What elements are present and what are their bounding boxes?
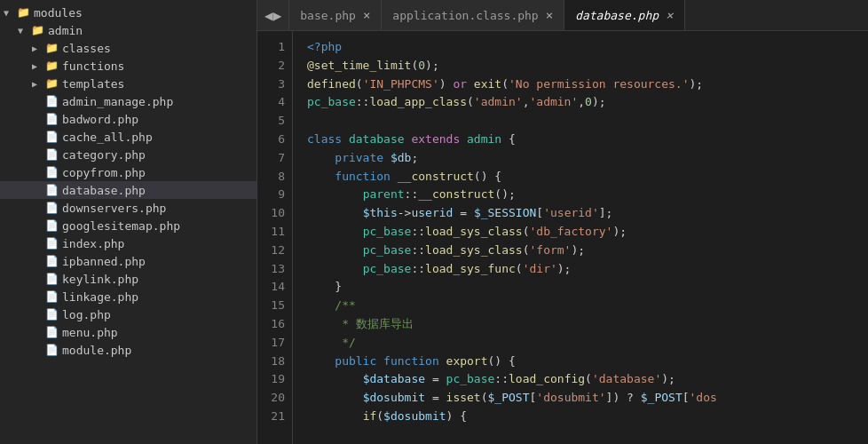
file-icon: 📄	[44, 307, 59, 321]
folder-arrow-icon[interactable]: ▶	[32, 44, 44, 53]
tree-label: classes	[62, 42, 111, 55]
code-line: defined('IN_PHPCMS') or exit('No permiss…	[307, 75, 717, 94]
file-tree: ▼📁modules▼📁admin▶📁classes▶📁functions▶📁te…	[0, 0, 257, 444]
line-number: 4	[268, 93, 285, 112]
line-numbers: 123456789101112131415161718192021	[257, 31, 293, 444]
tree-item-classes[interactable]: ▶📁classes	[0, 39, 256, 57]
line-number: 19	[268, 370, 285, 389]
tree-item-googlesitemap.php[interactable]: 📄googlesitemap.php	[0, 217, 256, 234]
tab-label: base.php	[300, 9, 356, 22]
tab-close-button[interactable]: ×	[363, 9, 370, 21]
tree-label: keylink.php	[62, 273, 138, 286]
tree-item-admin_manage.php[interactable]: 📄admin_manage.php	[0, 92, 256, 110]
tree-item-category.php[interactable]: 📄category.php	[0, 146, 256, 163]
line-number: 1	[268, 38, 285, 57]
tree-item-modules[interactable]: ▼📁modules	[0, 4, 256, 21]
code-line: }	[307, 278, 717, 297]
tree-label: copyfrom.php	[62, 166, 146, 179]
code-line	[307, 112, 717, 131]
tree-item-functions[interactable]: ▶📁functions	[0, 57, 256, 75]
tree-item-log.php[interactable]: 📄log.php	[0, 305, 256, 323]
tree-label: linkage.php	[62, 290, 138, 304]
tree-label: module.php	[62, 344, 131, 357]
tree-item-keylink.php[interactable]: 📄keylink.php	[0, 270, 256, 288]
file-icon: 📄	[44, 201, 59, 215]
line-number: 10	[268, 204, 285, 223]
tree-label: googlesitemap.php	[62, 219, 180, 233]
tab-base.php[interactable]: base.php×	[289, 0, 382, 30]
file-icon: 📄	[44, 289, 59, 304]
tree-label: templates	[62, 77, 124, 91]
line-number: 11	[268, 223, 285, 242]
tree-item-menu.php[interactable]: 📄menu.php	[0, 323, 256, 341]
tab-nav-button[interactable]: ◀▶	[257, 0, 289, 30]
editor-area: ◀▶ base.php×application.class.php×databa…	[257, 0, 868, 444]
line-number: 6	[268, 131, 285, 149]
code-line: pc_base::load_sys_class('db_factory');	[307, 223, 717, 242]
tab-label: database.php	[575, 9, 659, 22]
tab-close-button[interactable]: ×	[546, 9, 553, 21]
code-line: pc_base::load_sys_class('form');	[307, 242, 717, 260]
tab-bar: ◀▶ base.php×application.class.php×databa…	[257, 0, 868, 31]
file-icon: 📄	[44, 272, 59, 286]
tree-label: category.php	[62, 148, 146, 162]
code-editor[interactable]: 123456789101112131415161718192021 <?php@…	[257, 31, 868, 444]
tab-label: application.class.php	[392, 9, 538, 22]
file-icon: 📄	[44, 254, 59, 268]
line-number: 16	[268, 315, 285, 334]
tab-database.php[interactable]: database.php×	[564, 0, 684, 30]
tab-application.class.php[interactable]: application.class.php×	[382, 0, 564, 30]
tree-item-copyfrom.php[interactable]: 📄copyfrom.php	[0, 163, 256, 181]
code-line: function __construct() {	[307, 168, 717, 186]
folder-arrow-icon[interactable]: ▶	[32, 79, 44, 89]
folder-arrow-icon[interactable]: ▼	[4, 8, 16, 18]
tree-item-linkage.php[interactable]: 📄linkage.php	[0, 288, 256, 305]
folder-arrow-icon[interactable]: ▶	[32, 61, 44, 71]
tree-label: log.php	[62, 308, 111, 321]
tree-item-downservers.php[interactable]: 📄downservers.php	[0, 199, 256, 217]
line-number: 21	[268, 408, 285, 426]
code-content[interactable]: <?php@set_time_limit(0);defined('IN_PHPC…	[293, 31, 731, 444]
tree-label: database.php	[62, 184, 146, 197]
file-icon: 📄	[44, 94, 59, 108]
code-line: parent::__construct();	[307, 186, 717, 204]
line-number: 18	[268, 353, 285, 371]
line-number: 12	[268, 242, 285, 260]
code-line: public function export() {	[307, 353, 717, 371]
tree-label: functions	[62, 59, 124, 73]
file-icon: 📄	[44, 236, 59, 250]
code-line: * 数据库导出	[307, 315, 717, 334]
tree-item-admin[interactable]: ▼📁admin	[0, 21, 256, 39]
code-line: /**	[307, 297, 717, 315]
tree-item-database.php[interactable]: 📄database.php	[0, 181, 256, 199]
line-number: 20	[268, 389, 285, 408]
tree-label: ipbanned.php	[62, 255, 146, 268]
line-number: 2	[268, 57, 285, 75]
file-icon: 📄	[44, 112, 59, 126]
tree-item-index.php[interactable]: 📄index.php	[0, 234, 256, 252]
tree-item-cache_all.php[interactable]: 📄cache_all.php	[0, 128, 256, 146]
file-icon: 📄	[44, 183, 59, 197]
tree-label: admin_manage.php	[62, 95, 173, 108]
tree-item-ipbanned.php[interactable]: 📄ipbanned.php	[0, 252, 256, 270]
line-number: 7	[268, 149, 285, 168]
code-line: <?php	[307, 38, 717, 57]
code-line: if($dosubmit) {	[307, 408, 717, 426]
tree-item-badword.php[interactable]: 📄badword.php	[0, 110, 256, 128]
file-icon: 📄	[44, 343, 59, 357]
line-number: 13	[268, 260, 285, 279]
tree-item-templates[interactable]: ▶📁templates	[0, 75, 256, 92]
folder-icon: 📁	[44, 41, 59, 55]
line-number: 3	[268, 75, 285, 94]
file-icon: 📄	[44, 218, 59, 233]
folder-icon: 📁	[16, 5, 30, 20]
code-line: $dosubmit = isset($_POST['dosubmit']) ? …	[307, 389, 717, 408]
tree-item-module.php[interactable]: 📄module.php	[0, 341, 256, 359]
tab-close-button[interactable]: ×	[666, 9, 673, 21]
tree-label: admin	[48, 24, 83, 37]
tree-label: index.php	[62, 237, 124, 250]
tree-label: badword.php	[62, 113, 138, 126]
line-number: 14	[268, 278, 285, 297]
code-line: $database = pc_base::load_config('databa…	[307, 370, 717, 389]
folder-arrow-icon[interactable]: ▼	[18, 26, 30, 36]
